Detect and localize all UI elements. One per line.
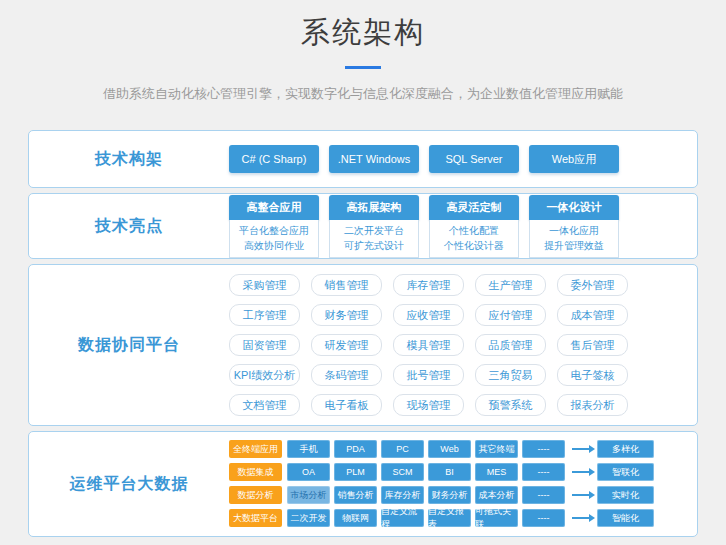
- ops-item: 可拖式关联: [475, 509, 518, 527]
- ops-item: MES: [475, 463, 518, 481]
- module-button[interactable]: 品质管理: [475, 334, 546, 356]
- ops-item: 销售分析: [334, 486, 377, 504]
- highlight-card-title: 一体化设计: [529, 195, 619, 220]
- system-architecture-page: 系统架构 借助系统自动化核心管理引擎，实现数字化与信息化深度融合，为企业数值化管…: [0, 0, 726, 545]
- module-button[interactable]: 报表分析: [557, 394, 628, 416]
- highlight-card-lines: 一体化应用提升管理效益: [529, 220, 619, 258]
- module-row: 固资管理研发管理模具管理品质管理售后管理: [229, 334, 697, 356]
- data-platform-grid: 采购管理销售管理库存管理生产管理委外管理工序管理财务管理应收管理应付管理成本管理…: [229, 265, 697, 425]
- module-button[interactable]: 库存管理: [393, 274, 464, 296]
- module-button[interactable]: 采购管理: [229, 274, 300, 296]
- highlight-card-line: 二次开发平台: [330, 223, 418, 238]
- tech-framework-button[interactable]: .NET Windows: [329, 145, 419, 173]
- module-button[interactable]: 预警系统: [475, 394, 546, 416]
- ops-item: Web: [428, 440, 471, 458]
- ops-result-badge: 多样化: [597, 440, 654, 458]
- module-button[interactable]: 文档管理: [229, 394, 300, 416]
- module-button[interactable]: 委外管理: [557, 274, 628, 296]
- ops-item: OA: [287, 463, 330, 481]
- module-button[interactable]: 成本管理: [557, 304, 628, 326]
- title-underline: [345, 66, 381, 69]
- module-row: 文档管理电子看板现场管理预警系统报表分析: [229, 394, 697, 416]
- highlight-card-title: 高拓展架构: [329, 195, 419, 220]
- highlight-card: 高灵活定制个性化配置个性化设计器: [429, 195, 519, 258]
- module-row: 工序管理财务管理应收管理应付管理成本管理: [229, 304, 697, 326]
- module-row: 采购管理销售管理库存管理生产管理委外管理: [229, 274, 697, 296]
- module-button[interactable]: 工序管理: [229, 304, 300, 326]
- tech-framework-button[interactable]: C# (C Sharp): [229, 145, 319, 173]
- data-platform-label: 数据协同平台: [29, 265, 229, 425]
- section-cards: 技术构架 C# (C Sharp).NET WindowsSQL ServerW…: [0, 130, 726, 537]
- ops-result-badge: 智联化: [597, 463, 654, 481]
- module-button[interactable]: 电子签核: [557, 364, 628, 386]
- highlight-card-line: 个性化设计器: [430, 238, 518, 253]
- highlight-card-line: 个性化配置: [430, 223, 518, 238]
- ops-category-badge: 大数据平台: [229, 509, 282, 527]
- ops-item: BI: [428, 463, 471, 481]
- page-title: 系统架构: [0, 13, 726, 53]
- tech-framework-label: 技术构架: [29, 131, 229, 187]
- ops-item: PC: [381, 440, 424, 458]
- tech-framework-button[interactable]: SQL Server: [429, 145, 519, 173]
- tech-highlights-cards: 高整合应用平台化整合应用高效协同作业高拓展架构二次开发平台可扩充式设计高灵活定制…: [229, 194, 697, 258]
- ops-item: SCM: [381, 463, 424, 481]
- ops-result-badge: 实时化: [597, 486, 654, 504]
- module-button[interactable]: KPI绩效分析: [229, 364, 300, 386]
- ops-item: PLM: [334, 463, 377, 481]
- module-button[interactable]: 批号管理: [393, 364, 464, 386]
- module-button[interactable]: 模具管理: [393, 334, 464, 356]
- tech-framework-card: 技术构架 C# (C Sharp).NET WindowsSQL ServerW…: [28, 130, 698, 188]
- ops-item: ----: [522, 486, 565, 504]
- highlight-card-lines: 个性化配置个性化设计器: [429, 220, 519, 258]
- ops-category-badge: 数据集成: [229, 463, 282, 481]
- ops-item: ----: [522, 440, 565, 458]
- ops-row: 数据集成OAPLMSCMBIMES----智联化: [229, 463, 697, 481]
- module-button[interactable]: 电子看板: [311, 394, 382, 416]
- ops-item: 其它终端: [475, 440, 518, 458]
- ops-platform-rows: 全终端应用手机PDAPCWeb其它终端----多样化数据集成OAPLMSCMBI…: [229, 432, 697, 536]
- module-button[interactable]: 售后管理: [557, 334, 628, 356]
- ops-item: 自定义报表: [428, 509, 471, 527]
- ops-category-badge: 全终端应用: [229, 440, 282, 458]
- module-button[interactable]: 应付管理: [475, 304, 546, 326]
- highlight-card-lines: 平台化整合应用高效协同作业: [229, 220, 319, 258]
- module-row: KPI绩效分析条码管理批号管理三角贸易电子签核: [229, 364, 697, 386]
- ops-item: 二次开发: [287, 509, 330, 527]
- ops-item: ----: [522, 509, 565, 527]
- arrow-right-icon: [572, 517, 589, 519]
- module-button[interactable]: 三角贸易: [475, 364, 546, 386]
- module-button[interactable]: 研发管理: [311, 334, 382, 356]
- ops-item: 自定义流程: [381, 509, 424, 527]
- ops-row: 数据分析市场分析销售分析库存分析财务分析成本分析----实时化: [229, 486, 697, 504]
- ops-item: 手机: [287, 440, 330, 458]
- ops-item: 财务分析: [428, 486, 471, 504]
- highlight-card-title: 高灵活定制: [429, 195, 519, 220]
- highlight-card: 高拓展架构二次开发平台可扩充式设计: [329, 195, 419, 258]
- ops-row: 大数据平台二次开发物联网自定义流程自定义报表可拖式关联----智能化: [229, 509, 697, 527]
- module-button[interactable]: 财务管理: [311, 304, 382, 326]
- page-subtitle: 借助系统自动化核心管理引擎，实现数字化与信息化深度融合，为企业数值化管理应用赋能: [0, 85, 726, 103]
- tech-framework-buttons: C# (C Sharp).NET WindowsSQL ServerWeb应用: [229, 131, 697, 187]
- module-button[interactable]: 应收管理: [393, 304, 464, 326]
- ops-item: 物联网: [334, 509, 377, 527]
- ops-category-badge: 数据分析: [229, 486, 282, 504]
- ops-item: 成本分析: [475, 486, 518, 504]
- ops-item: 市场分析: [287, 486, 330, 504]
- module-button[interactable]: 现场管理: [393, 394, 464, 416]
- ops-result-badge: 智能化: [597, 509, 654, 527]
- module-button[interactable]: 销售管理: [311, 274, 382, 296]
- ops-platform-label: 运维平台大数据: [29, 432, 229, 536]
- module-button[interactable]: 生产管理: [475, 274, 546, 296]
- data-platform-card: 数据协同平台 采购管理销售管理库存管理生产管理委外管理工序管理财务管理应收管理应…: [28, 264, 698, 426]
- ops-item: PDA: [334, 440, 377, 458]
- highlight-card: 一体化设计一体化应用提升管理效益: [529, 195, 619, 258]
- ops-row: 全终端应用手机PDAPCWeb其它终端----多样化: [229, 440, 697, 458]
- module-button[interactable]: 条码管理: [311, 364, 382, 386]
- highlight-card: 高整合应用平台化整合应用高效协同作业: [229, 195, 319, 258]
- module-button[interactable]: 固资管理: [229, 334, 300, 356]
- ops-platform-card: 运维平台大数据 全终端应用手机PDAPCWeb其它终端----多样化数据集成OA…: [28, 431, 698, 537]
- highlight-card-title: 高整合应用: [229, 195, 319, 220]
- tech-framework-button[interactable]: Web应用: [529, 145, 619, 173]
- ops-item: ----: [522, 463, 565, 481]
- highlight-card-line: 可扩充式设计: [330, 238, 418, 253]
